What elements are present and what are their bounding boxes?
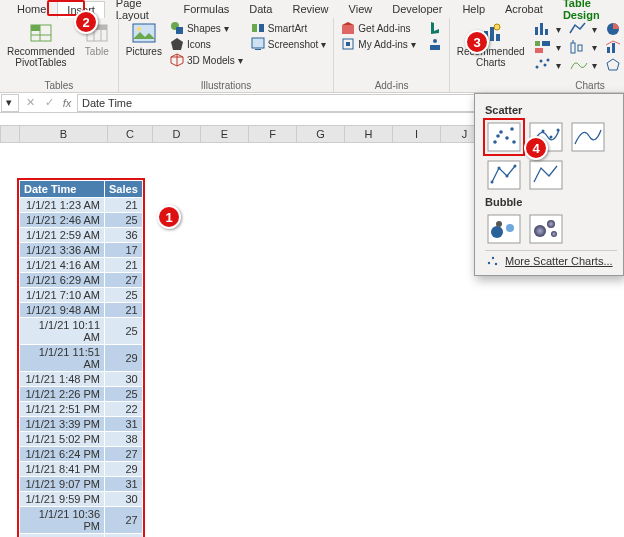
cell[interactable]: 1/1/21 2:59 AM [20,228,105,243]
cell[interactable]: 29 [105,345,143,372]
cell[interactable]: 1/1/21 11:48 PM [20,534,105,538]
cell[interactable]: 25 [105,213,143,228]
cell[interactable]: 21 [105,198,143,213]
column-header-I[interactable]: I [393,125,441,143]
tab-view[interactable]: View [340,1,382,17]
cell[interactable]: 27 [105,507,143,534]
smartart-button[interactable]: SmartArt [248,20,330,36]
table-row[interactable]: 1/1/21 1:48 PM30 [20,372,143,387]
table-row[interactable]: 1/1/21 9:59 PM30 [20,492,143,507]
table-row[interactable]: 1/1/21 11:51 AM29 [20,345,143,372]
table-row[interactable]: 1/1/21 10:11 AM25 [20,318,143,345]
column-header-D[interactable]: D [153,125,201,143]
tab-developer[interactable]: Developer [383,1,451,17]
tab-acrobat[interactable]: Acrobat [496,1,552,17]
cell[interactable]: 31 [105,417,143,432]
scatter-markers-option[interactable] [485,120,523,154]
cell[interactable]: 30 [105,492,143,507]
table-row[interactable]: 1/1/21 2:59 AM36 [20,228,143,243]
cell[interactable]: 1/1/21 8:41 PM [20,462,105,477]
bubble-3d-option[interactable] [527,212,565,246]
scatter-chart-button[interactable]: ▾ [530,56,564,74]
tab-review[interactable]: Review [284,1,338,17]
scatter-straight-lines-markers-option[interactable] [485,158,523,192]
tab-formulas[interactable]: Formulas [174,1,238,17]
name-box-chevron[interactable]: ▾ [1,94,19,112]
cell[interactable]: 1/1/21 4:16 AM [20,258,105,273]
cell[interactable]: 1/1/21 5:02 PM [20,432,105,447]
cell[interactable]: 25 [105,318,143,345]
recommended-pivottables-button[interactable]: Recommended PivotTables [4,20,78,70]
cell[interactable]: 1/1/21 2:26 PM [20,387,105,402]
cell[interactable]: 29 [105,462,143,477]
cell[interactable]: 1/1/21 3:39 PM [20,417,105,432]
table-row[interactable]: 1/1/21 4:16 AM21 [20,258,143,273]
header-datetime[interactable]: Date Time [20,181,105,198]
surface-chart-button[interactable]: ▾ [566,56,600,74]
table-row[interactable]: 1/1/21 9:48 AM21 [20,303,143,318]
get-addins-button[interactable]: Get Add-ins [338,20,418,36]
table-row[interactable]: 1/1/21 3:36 AM17 [20,243,143,258]
cell[interactable]: 25 [105,534,143,538]
people-graph-button[interactable] [425,36,445,52]
scatter-smooth-lines-option[interactable] [569,120,607,154]
cell[interactable]: 38 [105,432,143,447]
cell[interactable]: 1/1/21 10:36 PM [20,507,105,534]
cell[interactable]: 1/1/21 6:24 PM [20,447,105,462]
tab-help[interactable]: Help [453,1,494,17]
cell[interactable]: 17 [105,243,143,258]
cell[interactable]: 31 [105,477,143,492]
fx-icon[interactable]: fx [58,97,76,109]
column-header-H[interactable]: H [345,125,393,143]
table-row[interactable]: 1/1/21 8:41 PM29 [20,462,143,477]
select-all-corner[interactable] [0,125,20,143]
column-header-C[interactable]: C [108,125,153,143]
cell[interactable]: 1/1/21 9:07 PM [20,477,105,492]
models-button[interactable]: 3D Models ▾ [167,52,246,68]
table-row[interactable]: 1/1/21 11:48 PM25 [20,534,143,538]
table-row[interactable]: 1/1/21 6:24 PM27 [20,447,143,462]
cell[interactable]: 25 [105,387,143,402]
cell[interactable]: 1/1/21 7:10 AM [20,288,105,303]
table-row[interactable]: 1/1/21 3:39 PM31 [20,417,143,432]
bing-maps-button[interactable] [425,20,445,36]
screenshot-button[interactable]: Screenshot ▾ [248,36,330,52]
tab-data[interactable]: Data [240,1,281,17]
table-row[interactable]: 1/1/21 6:29 AM27 [20,273,143,288]
icons-button[interactable]: Icons [167,36,246,52]
cell[interactable]: 1/1/21 9:48 AM [20,303,105,318]
line-chart-button[interactable]: ▾ [566,20,600,38]
cell[interactable]: 1/1/21 1:23 AM [20,198,105,213]
table-row[interactable]: 1/1/21 2:46 AM25 [20,213,143,228]
more-scatter-charts-link[interactable]: More Scatter Charts... [485,251,617,271]
cell[interactable]: 21 [105,303,143,318]
cell[interactable]: 27 [105,447,143,462]
shapes-button[interactable]: Shapes ▾ [167,20,246,36]
cell[interactable]: 1/1/21 2:51 PM [20,402,105,417]
table-row[interactable]: 1/1/21 10:36 PM27 [20,507,143,534]
cell[interactable]: 1/1/21 11:51 AM [20,345,105,372]
header-sales[interactable]: Sales [105,181,143,198]
cell[interactable]: 1/1/21 2:46 AM [20,213,105,228]
my-addins-button[interactable]: My Add-ins ▾ [338,36,418,52]
column-header-E[interactable]: E [201,125,249,143]
cell[interactable]: 1/1/21 9:59 PM [20,492,105,507]
cell[interactable]: 36 [105,228,143,243]
table-row[interactable]: 1/1/21 9:07 PM31 [20,477,143,492]
pictures-button[interactable]: Pictures [123,20,165,59]
cell[interactable]: 1/1/21 10:11 AM [20,318,105,345]
data-table[interactable]: Date Time Sales 1/1/21 1:23 AM211/1/21 2… [19,180,143,537]
stats-chart-button[interactable]: ▾ [566,38,600,56]
hierarchy-chart-button[interactable]: ▾ [530,38,564,56]
column-header-B[interactable]: B [20,125,108,143]
cell[interactable]: 25 [105,288,143,303]
radar-chart-button[interactable]: ▾ [602,56,624,74]
cell[interactable]: 27 [105,273,143,288]
table-row[interactable]: 1/1/21 2:51 PM22 [20,402,143,417]
table-row[interactable]: 1/1/21 1:23 AM21 [20,198,143,213]
cell[interactable]: 1/1/21 6:29 AM [20,273,105,288]
cell[interactable]: 21 [105,258,143,273]
cell[interactable]: 30 [105,372,143,387]
combo-chart-button[interactable]: ▾ [602,38,624,56]
table-row[interactable]: 1/1/21 7:10 AM25 [20,288,143,303]
